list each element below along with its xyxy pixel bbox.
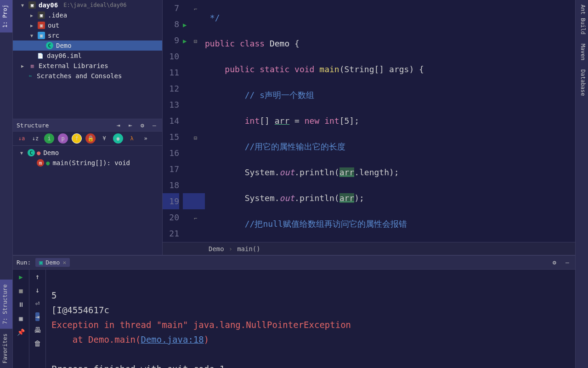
run-tab[interactable]: ▣ Demo × <box>35 258 70 267</box>
structure-class[interactable]: ▼ C ● Demo <box>13 148 162 158</box>
fold-end-icon[interactable]: ⌐ <box>194 6 197 12</box>
tree-label: out <box>48 22 59 29</box>
code-content[interactable]: */ public class Demo { public static voi… <box>205 0 575 242</box>
pin-icon[interactable]: 📌 <box>17 328 26 337</box>
sidebar: ▼ ▣ day06 E:\java_ideal\day06 ▶ ▣ .idea … <box>13 0 163 255</box>
tree-src[interactable]: ▼ ▣ src <box>13 30 162 40</box>
code-editor[interactable]: 7 8 9 10 11 12 13 14 15 16 17 18 19 20 2… <box>163 0 575 255</box>
tree-label: day06.iml <box>47 52 82 59</box>
class-icon: C <box>28 149 35 156</box>
structure-method-label: main(String[]): void <box>52 159 130 167</box>
maven-tab[interactable]: Maven <box>576 39 588 65</box>
root-label: day06 <box>39 1 58 9</box>
tree-demo[interactable]: C Demo <box>13 40 162 51</box>
ant-build-tab[interactable]: Ant Build <box>576 0 588 39</box>
breadcrumb[interactable]: Demo › main() <box>163 242 575 255</box>
show-inherited-icon[interactable]: 🔒 <box>85 133 96 144</box>
run-controls-right: ↑ ↓ ⏎ ⇥ 🖶 🗑 <box>29 270 46 368</box>
tree-idea[interactable]: ▶ ▣ .idea <box>13 10 162 20</box>
scratch-icon: ✂ <box>27 72 34 80</box>
minimize-icon[interactable]: — <box>563 259 571 267</box>
tree-root[interactable]: ▼ ▣ day06 E:\java_ideal\day06 <box>13 0 162 10</box>
tree-scratches[interactable]: ✂ Scratches and Consoles <box>13 71 162 81</box>
folder-icon: ▣ <box>38 22 45 29</box>
layout-icon[interactable]: ▦ <box>17 314 26 323</box>
fold-end-icon[interactable]: ⌐ <box>194 215 197 222</box>
sort-visibility-icon[interactable]: ↓z <box>30 133 40 144</box>
file-icon: 📄 <box>37 52 44 59</box>
more-icon[interactable]: » <box>141 133 151 144</box>
down-icon[interactable]: ↓ <box>35 286 40 294</box>
chevron-right-icon: ▶ <box>30 23 35 28</box>
scroll-end-icon[interactable]: ⇥ <box>35 312 40 321</box>
favorites-tab[interactable]: Favorites <box>0 329 12 368</box>
breadcrumb-method[interactable]: main() <box>237 245 260 253</box>
soft-wrap-icon[interactable]: ⏎ <box>35 299 40 308</box>
run-panel: Run: ▣ Demo × ⚙ — ▶ ■ ⏸ ▦ 📌 ↑ ↓ ⏎ ⇥ <box>13 255 575 368</box>
app-icon: ▣ <box>39 259 43 266</box>
run-gutter: ▶ ▶ <box>183 0 194 242</box>
structure-toolbar: ↓a ↓z i p f 🔒 ¥ ◉ λ » <box>13 132 162 146</box>
run-icon[interactable]: ▶ <box>183 21 187 29</box>
project-tab[interactable]: 1: Proj <box>0 0 12 33</box>
stop-icon[interactable]: ■ <box>17 286 26 295</box>
tree-out[interactable]: ▶ ▣ out <box>13 20 162 30</box>
lambda-icon[interactable]: λ <box>127 133 137 144</box>
folder-icon: ▣ <box>28 1 36 9</box>
structure-method[interactable]: m ● main(String[]): void <box>13 158 162 168</box>
run-tab-label: Demo <box>45 259 60 266</box>
sort-alpha-icon[interactable]: ↓a <box>17 133 27 144</box>
stacktrace-link[interactable]: Demo.java:18 <box>141 334 204 345</box>
rerun-icon[interactable]: ▶ <box>17 272 26 282</box>
chevron-down-icon: ▼ <box>21 3 26 8</box>
structure-header: Structure ⇥ ⇤ ⚙ — <box>13 119 162 132</box>
autoscroll-source-icon[interactable]: ◉ <box>113 133 123 144</box>
show-properties-icon[interactable]: p <box>58 133 68 144</box>
trash-icon[interactable]: 🗑 <box>34 339 41 348</box>
fold-icon[interactable]: ⊟ <box>194 38 197 45</box>
chevron-right-icon: › <box>229 245 232 253</box>
library-icon: ▥ <box>28 62 36 69</box>
up-icon[interactable]: ↑ <box>35 272 40 281</box>
breadcrumb-class[interactable]: Demo <box>209 245 224 253</box>
tree-label: External Libraries <box>39 62 108 69</box>
structure-body[interactable]: ▼ C ● Demo m ● main(String[]): void <box>13 146 162 255</box>
gear-icon[interactable]: ⚙ <box>550 259 559 267</box>
project-tree[interactable]: ▼ ▣ day06 E:\java_ideal\day06 ▶ ▣ .idea … <box>13 0 162 119</box>
chevron-down-icon: ▼ <box>20 150 25 155</box>
line-number-gutter: 7 8 9 10 11 12 13 14 15 16 17 18 19 20 2… <box>163 0 183 242</box>
fold-gutter: ⌐ ⊟ ⊟ ⌐ <box>194 0 205 242</box>
main-column: ▼ ▣ day06 E:\java_ideal\day06 ▶ ▣ .idea … <box>13 0 575 368</box>
show-non-public-icon[interactable]: f <box>72 133 82 144</box>
structure-title: Structure <box>17 122 49 129</box>
method-icon: m <box>37 159 44 167</box>
tree-label: .idea <box>48 12 67 19</box>
run-icon[interactable]: ▶ <box>183 37 187 45</box>
show-anonymous-icon[interactable]: ¥ <box>99 133 109 144</box>
chevron-right-icon: ▶ <box>21 63 26 69</box>
run-controls-left: ▶ ■ ⏸ ▦ 📌 <box>13 270 29 368</box>
pause-icon[interactable]: ⏸ <box>17 300 26 309</box>
root-path: E:\java_ideal\day06 <box>63 2 126 8</box>
console-output[interactable]: 5 [I@4554617c Exception in thread "main"… <box>46 270 575 368</box>
close-icon[interactable]: × <box>62 259 66 266</box>
expand-icon[interactable]: ⇥ <box>114 121 123 129</box>
tree-ext-libs[interactable]: ▶ ▥ External Libraries <box>13 61 162 71</box>
right-tool-stripe: Ant Build Maven Database <box>575 0 588 368</box>
minimize-icon[interactable]: — <box>150 121 158 129</box>
fold-icon[interactable]: ⊟ <box>194 135 197 141</box>
structure-class-label: Demo <box>43 149 59 156</box>
folder-icon: ▣ <box>38 12 45 19</box>
tree-iml[interactable]: 📄 day06.iml <box>13 51 162 61</box>
tree-label: src <box>48 32 59 39</box>
run-header: Run: ▣ Demo × ⚙ — <box>13 256 575 270</box>
print-icon[interactable]: 🖶 <box>34 326 41 334</box>
gear-icon[interactable]: ⚙ <box>138 121 147 129</box>
show-fields-icon[interactable]: i <box>44 133 54 144</box>
collapse-icon[interactable]: ⇤ <box>126 121 135 129</box>
top-split: ▼ ▣ day06 E:\java_ideal\day06 ▶ ▣ .idea … <box>13 0 575 255</box>
structure-tab[interactable]: 7: Structure <box>0 280 12 329</box>
database-tab[interactable]: Database <box>576 65 588 101</box>
folder-icon: ▣ <box>38 32 45 39</box>
chevron-down-icon: ▼ <box>30 33 35 38</box>
